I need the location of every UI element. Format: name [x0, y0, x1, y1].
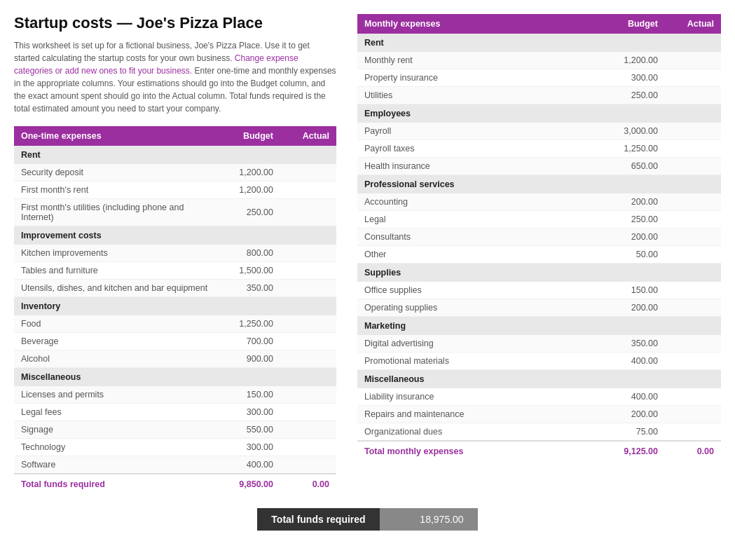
table-row: Legal 250.00	[357, 211, 721, 228]
category-label: Employees	[357, 104, 721, 123]
category-row: Inventory	[14, 297, 336, 316]
expense-label: Health insurance	[357, 158, 609, 175]
one-time-header-budget: Budget	[224, 126, 280, 146]
total-budget: 9,125.00	[609, 441, 665, 461]
expense-label: Other	[357, 246, 609, 264]
table-row: Alcohol 900.00	[14, 350, 336, 368]
category-row: Supplies	[357, 264, 721, 282]
actual-value	[665, 123, 721, 140]
expense-label: Promotional materials	[357, 353, 609, 370]
expense-label: Repairs and maintenance	[357, 406, 609, 423]
expense-label: Utilities	[357, 87, 609, 104]
total-actual: 0.00	[665, 441, 721, 461]
budget-value: 50.00	[609, 246, 665, 264]
category-row: Marketing	[357, 317, 721, 336]
actual-value	[280, 386, 336, 404]
actual-value	[280, 315, 336, 333]
monthly-header-label: Monthly expenses	[357, 14, 609, 34]
page-container: Startup costs — Joe's Pizza Place This w…	[14, 14, 721, 494]
table-row: Legal fees 300.00	[14, 404, 336, 421]
table-row: Monthly rent 1,200.00	[357, 52, 721, 69]
table-row: Kitchen improvements 800.00	[14, 245, 336, 262]
budget-value: 800.00	[224, 245, 280, 262]
actual-value	[280, 421, 336, 439]
budget-value: 900.00	[224, 350, 280, 368]
actual-value	[280, 262, 336, 280]
table-row: Promotional materials 400.00	[357, 353, 721, 370]
budget-value: 250.00	[224, 199, 280, 226]
actual-value	[280, 164, 336, 182]
description: This worksheet is set up for a fictional…	[14, 39, 336, 115]
table-row: Signage 550.00	[14, 421, 336, 439]
budget-value: 400.00	[224, 456, 280, 474]
budget-value: 3,000.00	[609, 123, 665, 140]
budget-value: 1,250.00	[609, 140, 665, 158]
category-label: Miscellaneous	[357, 370, 721, 389]
budget-value: 650.00	[609, 158, 665, 175]
table-row: Office supplies 150.00	[357, 282, 721, 299]
expense-label: Payroll	[357, 123, 609, 140]
expense-label: Monthly rent	[357, 52, 609, 69]
expense-label: Beverage	[14, 333, 224, 350]
category-row: Professional services	[357, 175, 721, 194]
actual-value	[280, 182, 336, 199]
budget-value: 350.00	[609, 335, 665, 353]
table-row: Tables and furniture 1,500.00	[14, 262, 336, 280]
actual-value	[665, 282, 721, 299]
total-row: Total funds required 9,850.00 0.00	[14, 474, 336, 494]
monthly-header-budget: Budget	[609, 14, 665, 34]
budget-value: 300.00	[224, 404, 280, 421]
one-time-header-actual: Actual	[280, 126, 336, 146]
budget-value: 150.00	[609, 282, 665, 299]
expense-label: Consultants	[357, 228, 609, 246]
expense-label: Legal fees	[14, 404, 224, 421]
expense-label: Operating supplies	[357, 299, 609, 317]
category-row: Employees	[357, 104, 721, 123]
actual-value	[665, 193, 721, 211]
expense-label: Security deposit	[14, 164, 224, 182]
budget-value: 300.00	[609, 69, 665, 87]
budget-value: 400.00	[609, 353, 665, 370]
expense-label: Payroll taxes	[357, 140, 609, 158]
category-row: Rent	[357, 34, 721, 52]
category-label: Miscellaneous	[14, 368, 336, 387]
table-row: Repairs and maintenance 200.00	[357, 406, 721, 423]
monthly-header-actual: Actual	[665, 14, 721, 34]
actual-value	[280, 245, 336, 262]
table-row: Property insurance 300.00	[357, 69, 721, 87]
expense-label: First month's utilities (including phone…	[14, 199, 224, 226]
budget-value: 75.00	[609, 423, 665, 442]
expense-label: Technology	[14, 439, 224, 456]
monthly-expenses-table: Monthly expenses Budget Actual Rent Mont…	[357, 14, 721, 461]
category-label: Supplies	[357, 264, 721, 282]
total-budget: 9,850.00	[224, 474, 280, 494]
actual-value	[665, 353, 721, 370]
budget-value: 200.00	[609, 228, 665, 246]
table-row: Licenses and permits 150.00	[14, 386, 336, 404]
budget-value: 300.00	[224, 439, 280, 456]
category-label: Improvement costs	[14, 226, 336, 245]
actual-value	[665, 299, 721, 317]
page-title: Startup costs — Joe's Pizza Place	[14, 14, 336, 32]
table-row: Other 50.00	[357, 246, 721, 264]
actual-value	[665, 211, 721, 228]
table-row: Security deposit 1,200.00	[14, 164, 336, 182]
budget-value: 200.00	[609, 406, 665, 423]
actual-value	[665, 52, 721, 69]
actual-value	[665, 335, 721, 353]
budget-value: 400.00	[609, 388, 665, 406]
right-panel: Monthly expenses Budget Actual Rent Mont…	[357, 14, 721, 461]
grand-total-label: Total funds required	[257, 508, 379, 531]
category-row: Miscellaneous	[357, 370, 721, 389]
actual-value	[280, 333, 336, 350]
budget-value: 200.00	[609, 193, 665, 211]
table-row: Payroll taxes 1,250.00	[357, 140, 721, 158]
table-row: Technology 300.00	[14, 439, 336, 456]
budget-value: 250.00	[609, 87, 665, 104]
table-row: Payroll 3,000.00	[357, 123, 721, 140]
expense-label: Legal	[357, 211, 609, 228]
actual-value	[665, 423, 721, 442]
one-time-header-label: One-time expenses	[14, 126, 224, 146]
table-row: Utensils, dishes, and kitchen and bar eq…	[14, 280, 336, 297]
actual-value	[665, 158, 721, 175]
